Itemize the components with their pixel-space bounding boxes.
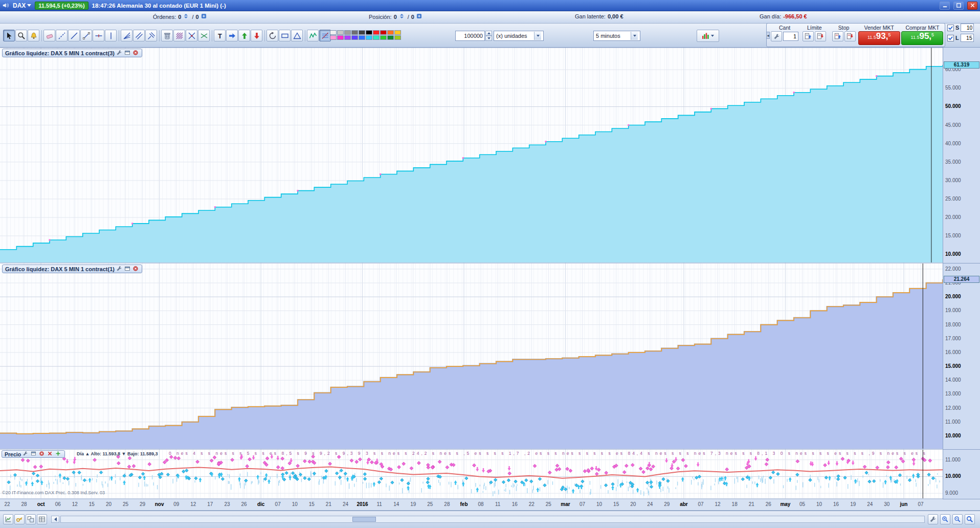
zigzag-tool[interactable] — [307, 30, 319, 41]
horizontal-scrollbar[interactable] — [60, 516, 925, 523]
quantity-stepper[interactable] — [485, 31, 492, 41]
arrow-up-tool[interactable] — [238, 30, 250, 41]
color-swatch[interactable] — [351, 35, 358, 40]
color-swatch[interactable] — [337, 35, 344, 40]
timeframe-select[interactable]: 5 minutos — [593, 31, 640, 41]
trendline-tool[interactable] — [68, 30, 80, 41]
arrow-down-tool[interactable] — [251, 30, 262, 41]
close-icon[interactable] — [132, 50, 139, 56]
trade-panel-collapse-arrow[interactable]: ◄ — [766, 32, 770, 39]
scrollbar-thumb[interactable] — [352, 517, 376, 522]
close-icon[interactable] — [39, 451, 46, 457]
zoom-tool[interactable] — [15, 30, 27, 41]
chart-settings-button[interactable] — [928, 514, 938, 524]
pitchfork-tool[interactable] — [145, 30, 157, 41]
window-icon[interactable] — [31, 451, 37, 457]
key-button[interactable] — [14, 514, 25, 524]
price-axis[interactable]: 60.00055.00050.00045.00040.00035.00030.0… — [943, 48, 980, 499]
color-swatch[interactable] — [394, 35, 401, 40]
stop-checkbox[interactable] — [947, 25, 954, 31]
color-swatch[interactable] — [387, 30, 394, 35]
chart1-tab[interactable]: Gráfico liquidez: DAX 5 MIN 1 contract(3… — [2, 49, 142, 57]
wrench-icon[interactable] — [116, 266, 123, 272]
color-swatch[interactable] — [351, 30, 358, 35]
units-select[interactable]: (x) unidades — [494, 31, 544, 41]
rotate-tool[interactable] — [266, 30, 278, 41]
alarm-tool[interactable] — [28, 30, 39, 41]
remove-indicator-icon[interactable] — [47, 451, 54, 457]
segment-tool[interactable] — [80, 30, 92, 41]
retracement-tool[interactable] — [319, 30, 331, 41]
color-swatch[interactable] — [359, 30, 365, 35]
color-swatch[interactable] — [330, 35, 337, 40]
fan-lines-tool[interactable] — [121, 30, 132, 41]
scroll-left-button[interactable] — [51, 516, 59, 523]
chart2-tab[interactable]: Gráfico liquidez: DAX 5 MIN 1 contract(1… — [2, 265, 142, 273]
window-icon[interactable] — [124, 266, 131, 272]
symbol-selector[interactable]: DAX — [13, 2, 31, 9]
color-swatch[interactable] — [337, 30, 344, 35]
triangle-tool[interactable] — [291, 30, 303, 41]
color-swatch[interactable] — [373, 35, 380, 40]
limite-buy-button[interactable] — [803, 31, 814, 41]
color-swatch[interactable] — [344, 30, 351, 35]
zoom-in-button[interactable] — [940, 514, 950, 524]
color-swatch[interactable] — [366, 35, 372, 40]
stop-distance-input[interactable] — [961, 24, 974, 32]
color-swatch[interactable] — [359, 35, 365, 40]
color-swatch[interactable] — [380, 30, 387, 35]
quantity-input[interactable] — [455, 31, 485, 41]
position-label: Posición: — [369, 14, 392, 20]
cross-tool[interactable] — [186, 30, 197, 41]
close-icon[interactable] — [132, 266, 139, 272]
speaker-icon[interactable] — [3, 2, 9, 9]
color-swatch[interactable] — [387, 35, 394, 40]
cant-settings-button[interactable] — [771, 31, 782, 41]
sell-market-button[interactable]: 11.593,5 — [858, 31, 900, 45]
limite-sell-button[interactable] — [815, 31, 826, 41]
chart-type-button[interactable] — [697, 30, 719, 42]
search-button[interactable] — [965, 514, 975, 524]
color-swatch[interactable] — [344, 35, 351, 40]
window-icon[interactable] — [124, 50, 131, 56]
link-windows-button[interactable] — [26, 514, 36, 524]
eraser-tool[interactable] — [43, 30, 55, 41]
color-swatch[interactable] — [373, 30, 380, 35]
position-list-icon[interactable] — [416, 13, 423, 20]
parallel-lines-tool[interactable] — [133, 30, 145, 41]
close-icon[interactable] — [967, 2, 977, 10]
chart-edit-button[interactable] — [3, 514, 13, 524]
price-tab[interactable]: Precio — [2, 450, 65, 458]
horizontal-line-tool[interactable] — [93, 30, 104, 41]
maximize-button[interactable] — [953, 2, 964, 10]
color-swatch[interactable] — [330, 30, 337, 35]
text-tool[interactable]: T — [214, 30, 226, 41]
cant-input[interactable] — [783, 32, 798, 41]
table-view-button[interactable] — [37, 514, 47, 524]
rectangle-tool[interactable] — [279, 30, 291, 41]
position-stepper-icon[interactable] — [399, 13, 406, 20]
color-swatch[interactable] — [394, 30, 401, 35]
stop-buy-button[interactable] — [832, 31, 843, 41]
zoom-out-button[interactable] — [952, 514, 963, 524]
minimize-button[interactable] — [940, 2, 950, 10]
cross-alt-tool[interactable] — [198, 30, 210, 41]
add-indicator-icon[interactable] — [55, 451, 62, 457]
limit-checkbox[interactable] — [947, 35, 954, 41]
delete-drawings-tool[interactable] — [161, 30, 173, 41]
color-swatch[interactable] — [366, 30, 372, 35]
stop-sell-button[interactable] — [844, 31, 856, 41]
trendline-dashed-tool[interactable] — [56, 30, 68, 41]
orders-stepper-icon[interactable] — [183, 13, 190, 20]
time-axis[interactable]: 2228oct061215202529nov0912172326dic07101… — [0, 499, 980, 511]
buy-market-button[interactable]: 11.595,5 — [901, 31, 943, 45]
limit-distance-input[interactable] — [961, 34, 974, 42]
vertical-line-tool[interactable] — [105, 30, 117, 41]
wrench-icon[interactable] — [116, 50, 123, 56]
orders-list-icon[interactable] — [201, 13, 208, 20]
arrow-right-tool[interactable] — [226, 30, 238, 41]
color-swatch[interactable] — [380, 35, 387, 40]
pointer-tool[interactable] — [3, 30, 15, 41]
wrench-icon[interactable] — [23, 451, 29, 457]
hatch-tool[interactable] — [173, 30, 185, 41]
